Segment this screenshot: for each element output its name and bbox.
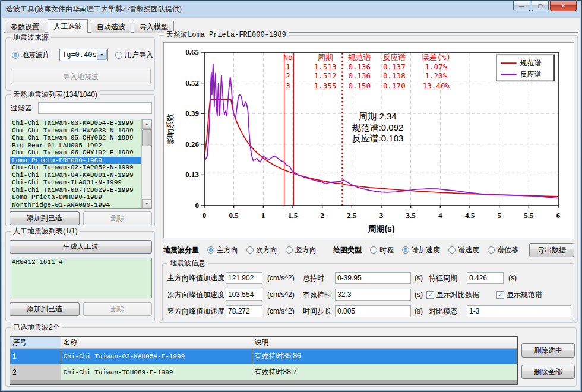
tab-auto-selection[interactable]: 自动选波 bbox=[91, 21, 131, 33]
radio-spectral-displacement[interactable]: 谱位移 bbox=[488, 245, 518, 255]
peak-accel-main-value[interactable] bbox=[226, 272, 262, 284]
char-period-value[interactable] bbox=[467, 272, 504, 284]
scrollbar-thumb[interactable] bbox=[142, 129, 151, 146]
minimize-icon: — bbox=[519, 3, 524, 9]
peak-accel-secondary-value[interactable] bbox=[226, 289, 262, 301]
tab-parameter-settings[interactable]: 参数设置 bbox=[5, 21, 45, 33]
selected-wave-row[interactable]: 2Chi-Chi Taiwan-TCU089-E-1999有效持时38.7 bbox=[10, 364, 517, 380]
natural-wave-item[interactable]: Loma Prieta-FRE000-1989 bbox=[10, 157, 141, 165]
col-header-name[interactable]: 名称 bbox=[61, 337, 252, 348]
natural-wave-item[interactable]: Chi-Chi Taiwan-03-KAU054-E-1999 bbox=[10, 119, 141, 127]
export-data-button[interactable]: 导出数据 bbox=[529, 243, 574, 257]
svg-text:4: 4 bbox=[438, 211, 442, 220]
radio-label: 谱位移 bbox=[497, 245, 518, 255]
svg-text:1.20%: 1.20% bbox=[425, 71, 448, 80]
svg-text:0.150: 0.150 bbox=[348, 81, 371, 90]
radio-spectral-velocity[interactable]: 谱速度 bbox=[448, 245, 479, 255]
selected-wave-cell-name[interactable]: Chi-Chi Taiwan-03-KAU054-E-1999 bbox=[61, 348, 252, 364]
natural-add-to-selected-button[interactable]: 添加到已选 bbox=[10, 211, 80, 225]
natural-wave-item[interactable]: Chi-Chi Taiwan-04-KAU001-N-1999 bbox=[10, 172, 141, 179]
delete-selected-button[interactable]: 删除选中 bbox=[521, 343, 575, 358]
selected-wave-cell-desc[interactable]: 有效持时38.7 bbox=[252, 364, 517, 380]
total-duration-unit: (s) bbox=[415, 272, 423, 284]
col-header-description[interactable]: 说明 bbox=[252, 337, 517, 348]
svg-text:0.170: 0.170 bbox=[383, 81, 406, 90]
tg-dropdown-value: Tg=0.40s bbox=[60, 51, 97, 59]
spectrum-chart[interactable]: 00.511.522.533.544.555.5600.130.260.390.… bbox=[163, 42, 574, 238]
col-header-number[interactable]: 序号 bbox=[10, 337, 61, 348]
svg-text:1.5: 1.5 bbox=[288, 211, 298, 220]
natural-wave-item[interactable]: Chi-Chi Taiwan-06-TCU029-E-1999 bbox=[10, 186, 141, 194]
radio-vertical-direction[interactable]: 竖方向 bbox=[286, 245, 317, 255]
checkbox-label: 显示对比数据 bbox=[436, 290, 479, 300]
radio-label: 主方向 bbox=[217, 245, 238, 255]
plot-type-label: 绘图类型 bbox=[333, 245, 362, 255]
radio-wave-library[interactable]: 地震波库 bbox=[12, 50, 50, 60]
checkbox-icon: ✓ bbox=[496, 291, 504, 299]
svg-text:3.5: 3.5 bbox=[406, 211, 416, 220]
show-code-spectrum-checkbox[interactable]: ✓显示规范谱 bbox=[496, 290, 542, 300]
selected-wave-cell-num[interactable]: 2 bbox=[10, 364, 61, 380]
svg-text:反应谱: 反应谱 bbox=[520, 70, 542, 78]
radio-time-history[interactable]: 时程 bbox=[370, 245, 394, 255]
scroll-up-icon[interactable]: ▲ bbox=[142, 119, 151, 129]
natural-wave-item[interactable]: Chi-Chi Taiwan-ILA031-N-1999 bbox=[10, 179, 141, 186]
svg-text:2.5: 2.5 bbox=[347, 211, 357, 220]
natural-wave-item[interactable]: Chi-Chi Taiwan-02-TAP052-N-1999 bbox=[10, 164, 141, 172]
radio-label: 地震波库 bbox=[21, 50, 50, 60]
svg-text:0.52: 0.52 bbox=[185, 78, 199, 87]
natural-list-scrollbar[interactable]: ▲ ▼ bbox=[141, 119, 151, 208]
total-duration-value[interactable] bbox=[335, 272, 411, 284]
effective-duration-value[interactable] bbox=[335, 289, 411, 301]
radio-main-direction[interactable]: 主方向 bbox=[207, 245, 238, 255]
component-label: 地震波分量 bbox=[163, 245, 199, 255]
delete-all-button[interactable]: 删除全部 bbox=[521, 365, 575, 379]
time-step-value[interactable] bbox=[335, 305, 411, 317]
natural-wave-item[interactable]: Chi-Chi Taiwan-06-CHY102-E-1999 bbox=[10, 149, 141, 157]
radio-user-import[interactable]: 用户导入 bbox=[115, 50, 153, 60]
radio-spectral-acceleration[interactable]: 谱加速度 bbox=[402, 245, 440, 255]
selected-wave-cell-name[interactable]: Chi-Chi Taiwan-TCU089-E-1999 bbox=[61, 364, 252, 380]
svg-text:13.40%: 13.40% bbox=[423, 81, 450, 90]
natural-wave-item[interactable]: Chi-Chi Taiwan-05-CHY062-N-1999 bbox=[10, 134, 141, 142]
filter-input[interactable] bbox=[38, 102, 152, 114]
artificial-wave-item[interactable]: AR0412_1611_4 bbox=[10, 258, 151, 266]
selected-wave-cell-num[interactable]: 1 bbox=[10, 348, 61, 364]
artificial-add-to-selected-button[interactable]: 添加到已选 bbox=[10, 302, 80, 316]
natural-delete-button[interactable]: 删除 bbox=[83, 211, 152, 225]
window-title: 选波工具(波库文件由华南理工大学韩小雷教授团队提供) bbox=[6, 4, 182, 14]
peak-accel-vertical-value[interactable] bbox=[226, 305, 262, 317]
svg-text:6: 6 bbox=[556, 211, 561, 220]
import-wave-button[interactable]: 导入地震波 bbox=[11, 69, 151, 84]
natural-wave-item[interactable]: Big Bear-01-LAU005-1992 bbox=[10, 142, 141, 150]
time-step-label: 时间步长 bbox=[303, 305, 331, 317]
radio-icon bbox=[207, 246, 214, 254]
selected-wave-row[interactable]: 1Chi-Chi Taiwan-03-KAU054-E-1999有效持时35.8… bbox=[10, 348, 517, 364]
radio-icon bbox=[402, 246, 409, 254]
tg-dropdown[interactable]: Tg=0.40s ▼ bbox=[59, 49, 108, 61]
tab-manual-selection[interactable]: 人工选波 bbox=[48, 19, 88, 33]
selected-wave-cell-desc[interactable]: 有效持时35.86 bbox=[252, 348, 517, 364]
artificial-delete-button[interactable]: 删除 bbox=[83, 302, 152, 316]
scroll-down-icon[interactable]: ▼ bbox=[142, 199, 151, 208]
svg-text:2: 2 bbox=[286, 71, 290, 80]
show-compare-data-checkbox[interactable]: ✓显示对比数据 bbox=[426, 290, 479, 300]
radio-secondary-direction[interactable]: 次方向 bbox=[246, 245, 277, 255]
close-button[interactable]: ✕ bbox=[550, 1, 577, 11]
svg-text:0: 0 bbox=[195, 201, 200, 210]
generate-artificial-wave-button[interactable]: 生成人工波 bbox=[10, 240, 152, 254]
svg-text:1.512: 1.512 bbox=[314, 71, 337, 80]
natural-wave-item[interactable]: Chi-Chi Taiwan-04-HWA038-N-1999 bbox=[10, 127, 141, 135]
maximize-button[interactable]: ▢ bbox=[532, 1, 549, 11]
minimize-button[interactable]: — bbox=[513, 1, 530, 11]
svg-text:1: 1 bbox=[261, 211, 265, 220]
svg-text:0.65: 0.65 bbox=[185, 48, 199, 56]
svg-text:3: 3 bbox=[286, 81, 290, 90]
natural-wave-item[interactable]: Loma Prieta-DMH090-1989 bbox=[10, 194, 141, 201]
svg-text:1: 1 bbox=[286, 62, 290, 71]
compare-mode-value[interactable] bbox=[467, 305, 571, 317]
peak-accel-secondary-label: 次方向峰值加速度 bbox=[167, 289, 224, 301]
natural-wave-item[interactable]: Northridge-01-ANA090-1994 bbox=[10, 201, 141, 209]
radio-icon bbox=[115, 52, 122, 59]
svg-text:0.137: 0.137 bbox=[383, 62, 406, 71]
